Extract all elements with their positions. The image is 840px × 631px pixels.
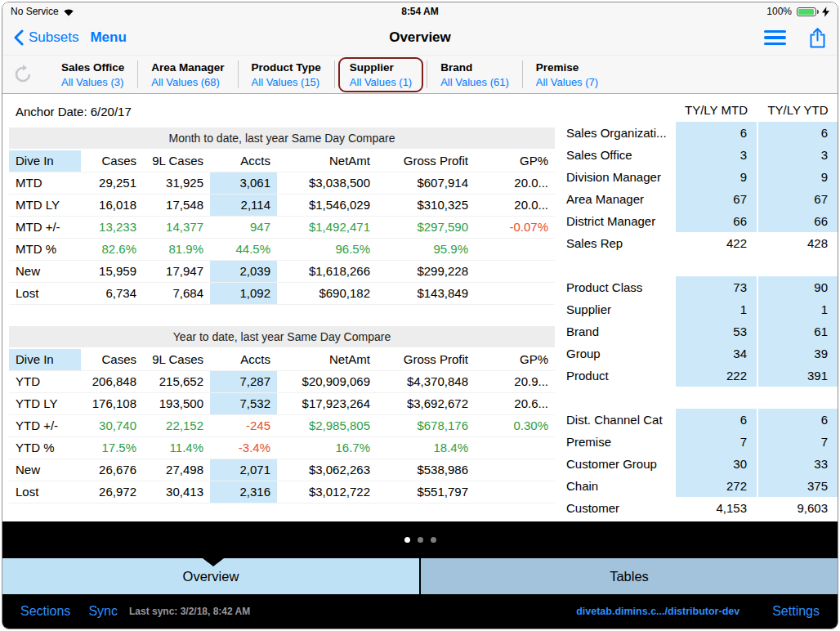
side-panel-ytd-value[interactable]: 39 (758, 342, 838, 365)
drilldown-cell[interactable]: 7,287 (210, 371, 277, 393)
app-window: No Service 8:54 AM 100% Subsets Menu Ove… (2, 2, 838, 629)
side-panel-row-customer-group[interactable]: Customer Group (563, 453, 674, 475)
side-panel-ytd-value[interactable]: 33 (758, 453, 838, 475)
side-panel-row-product[interactable]: Product (563, 365, 674, 387)
side-panel-ytd-value[interactable]: 6 (758, 409, 838, 431)
back-button[interactable]: Subsets (14, 29, 78, 46)
side-panel-ytd-value[interactable]: 66 (758, 210, 838, 232)
side-panel-row-supplier[interactable]: Supplier (563, 298, 674, 320)
side-panel-mtd-value[interactable]: 222 (676, 365, 757, 387)
sync-button[interactable]: Sync (88, 604, 118, 619)
side-panel-ytd-value[interactable]: 6 (758, 122, 838, 144)
value-cell: 29,251 (81, 172, 143, 195)
side-panel-ytd-value[interactable]: 428 (758, 232, 838, 254)
row-label: YTD LY (9, 393, 81, 415)
side-panel-mtd-value[interactable]: 7 (676, 431, 757, 453)
filter-items: Sales OfficeAll Values (3)Area ManagerAl… (48, 57, 611, 92)
column-header: 9L Cases (143, 349, 210, 371)
page-dot-3[interactable] (431, 537, 436, 543)
page-dot-1[interactable] (404, 537, 410, 543)
side-panel-ytd-value[interactable]: 90 (758, 276, 838, 298)
side-panel-row-chain[interactable]: Chain (563, 475, 674, 497)
side-panel-mtd-value[interactable]: 272 (676, 475, 757, 497)
side-panel-mtd-value[interactable]: 73 (676, 276, 757, 298)
side-panel-row-sales-rep[interactable]: Sales Rep (563, 232, 674, 254)
side-panel-mtd-value[interactable]: 66 (676, 210, 757, 232)
drilldown-cell[interactable]: 2,071 (210, 459, 277, 481)
value-cell: -245 (210, 415, 277, 437)
side-panel-ytd-value[interactable]: 391 (758, 365, 838, 387)
server-url[interactable]: divetab.dimins.c.../distributor-dev (576, 606, 739, 617)
filter-item-sales-office[interactable]: Sales OfficeAll Values (3) (48, 60, 137, 90)
side-panel-column-header: TY/LY YTD (758, 99, 838, 122)
drilldown-cell[interactable]: 7,532 (210, 393, 277, 415)
settings-button[interactable]: Settings (772, 604, 820, 619)
side-panel-row-brand[interactable]: Brand (563, 320, 674, 342)
side-panel-ytd-value[interactable]: 1 (758, 298, 838, 320)
drilldown-cell[interactable]: 2,114 (210, 195, 277, 217)
menu-button[interactable]: Menu (90, 29, 126, 46)
value-cell (475, 261, 555, 283)
side-panel-mtd-value[interactable]: 6 (676, 122, 757, 144)
value-cell: 17.5% (81, 437, 143, 459)
side-panel-mtd-value[interactable]: 3 (676, 144, 757, 166)
filter-label: Supplier (350, 61, 412, 74)
side-panel-row-group[interactable]: Group (563, 342, 674, 365)
filter-value: All Values (15) (252, 76, 321, 88)
filter-value: All Values (61) (440, 76, 509, 88)
filter-item-premise[interactable]: PremiseAll Values (7) (523, 60, 611, 90)
refresh-icon[interactable] (12, 64, 34, 85)
drilldown-cell[interactable]: 1,092 (210, 283, 277, 305)
side-panel-mtd-value[interactable]: 53 (676, 320, 757, 342)
hamburger-menu-icon[interactable] (764, 30, 786, 46)
side-panel-ytd-value[interactable]: 61 (758, 320, 838, 342)
side-panel-mtd-value[interactable]: 1 (676, 298, 757, 320)
side-panel-ytd-value[interactable]: 7 (758, 431, 838, 453)
side-panel-row-customer[interactable]: Customer (563, 497, 674, 519)
side-panel-mtd-value[interactable]: 6 (676, 409, 757, 431)
filter-item-area-manager[interactable]: Area ManagerAll Values (68) (138, 60, 237, 90)
value-cell: 26,972 (81, 481, 143, 503)
drilldown-cell[interactable]: 2,316 (210, 481, 277, 503)
side-panel-mtd-value[interactable]: 4,153 (676, 497, 757, 519)
value-cell: 26,676 (81, 459, 143, 481)
side-panel-mtd-value[interactable]: 9 (676, 166, 757, 188)
side-panel-mtd-value[interactable]: 34 (676, 342, 757, 365)
tab-tables[interactable]: Tables (421, 558, 838, 594)
side-panel-mtd-value[interactable]: 67 (676, 188, 757, 210)
value-cell: 11.4% (143, 437, 210, 459)
value-cell: 20.0... (475, 195, 555, 217)
value-cell (475, 481, 555, 503)
side-panel-mtd-value[interactable]: 422 (676, 232, 757, 254)
value-cell: $2,985,805 (277, 415, 377, 437)
side-panel-ytd-value[interactable]: 375 (758, 475, 838, 497)
side-panel-row-dist-channel-cat[interactable]: Dist. Channel Cat (563, 409, 674, 431)
side-panel-row-product-class[interactable]: Product Class (563, 276, 674, 298)
share-icon[interactable] (809, 27, 826, 49)
side-panel-row-sales-organizati[interactable]: Sales Organizati... (563, 122, 674, 144)
side-panel-ytd-value[interactable]: 3 (758, 144, 838, 166)
side-panel-row-division-manager[interactable]: Division Manager (563, 166, 674, 188)
filter-item-supplier[interactable]: SupplierAll Values (1) (338, 57, 423, 92)
side-panel-row-area-manager[interactable]: Area Manager (563, 188, 674, 210)
side-panel-row-district-manager[interactable]: District Manager (563, 210, 674, 232)
side-panel-mtd-value[interactable]: 30 (676, 453, 757, 475)
sections-button[interactable]: Sections (20, 604, 70, 619)
side-panel-row-sales-office[interactable]: Sales Office (563, 144, 674, 166)
dive-in-button[interactable]: Dive In (9, 349, 81, 371)
filter-item-brand[interactable]: BrandAll Values (61) (427, 60, 522, 90)
side-panel-row-premise[interactable]: Premise (563, 431, 674, 453)
drilldown-cell[interactable]: 2,039 (210, 261, 277, 283)
filter-item-product-type[interactable]: Product TypeAll Values (15) (239, 60, 334, 90)
side-panel-ytd-value[interactable]: 9,603 (758, 497, 838, 519)
dive-in-button[interactable]: Dive In (9, 150, 81, 172)
value-cell: 17,947 (143, 261, 210, 283)
side-panel-ytd-value[interactable]: 67 (758, 188, 838, 210)
value-cell: -0.07% (475, 217, 555, 239)
page-dot-2[interactable] (418, 537, 423, 543)
side-panel-ytd-value[interactable]: 9 (758, 166, 838, 188)
row-label: YTD (9, 371, 81, 393)
drilldown-cell[interactable]: 3,061 (210, 172, 277, 195)
value-cell: 17,548 (143, 195, 210, 217)
row-label: Lost (9, 283, 81, 305)
